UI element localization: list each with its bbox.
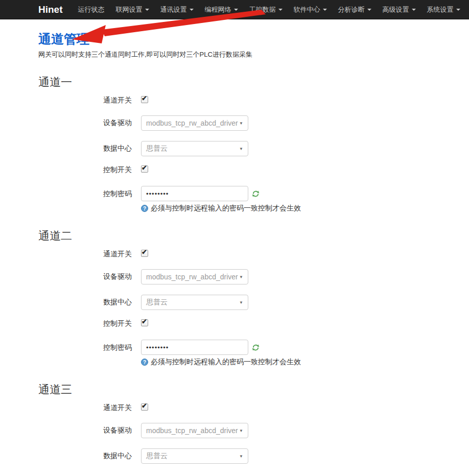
control-switch-row: 控制开关 ✔ (0, 319, 469, 328)
data-center-value: 思普云 (146, 298, 168, 307)
data-center-value: 思普云 (146, 144, 168, 153)
control-switch-row: 控制开关 ✔ (0, 165, 469, 175)
device-driver-select[interactable]: modbus_tcp_rw_abcd_driver ▼ (141, 269, 248, 284)
data-center-row: 数据中心 思普云 ▼ (0, 448, 469, 464)
nav-item-industrial-data[interactable]: 工控数据 (249, 5, 283, 14)
control-password-label: 控制密码 (0, 340, 132, 355)
channel-switch-checkbox[interactable]: ✔ (141, 96, 148, 103)
chevron-down-icon (190, 9, 194, 11)
nav-item-system-settings[interactable]: 系统设置 (427, 5, 460, 14)
checkmark-icon: ✔ (142, 95, 147, 102)
chevron-down-icon (145, 9, 149, 11)
data-center-label: 数据中心 (0, 144, 132, 153)
help-icon: ? (141, 205, 148, 212)
password-help: ? 必须与控制时远程输入的密码一致控制才会生效 (141, 204, 469, 213)
control-password-row: 控制密码 ? 必须与控制时远程输入的密码一致控制才会 (0, 186, 469, 213)
data-center-label: 数据中心 (0, 298, 132, 307)
channel-1-title: 通道一 (38, 75, 469, 90)
control-switch-label: 控制开关 (0, 319, 132, 328)
device-driver-value: modbus_tcp_rw_abcd_driver (146, 426, 238, 435)
page-description: 网关可以同时支持三个通道同时工作,即可以同时对三个PLC进行数据采集 (38, 50, 469, 59)
page-title: 通道管理 (38, 31, 469, 47)
device-driver-label: 设备驱动 (0, 118, 132, 128)
checkmark-icon: ✔ (142, 164, 147, 171)
control-password-row: 控制密码 ? 必须与控制时远程输入的密码一致控制才会 (0, 340, 469, 367)
channel-switch-checkbox[interactable]: ✔ (141, 403, 148, 411)
select-caret-icon: ▼ (239, 454, 243, 459)
device-driver-row: 设备驱动 modbus_tcp_rw_abcd_driver ▼ (0, 269, 469, 284)
checkmark-icon: ✔ (142, 249, 147, 255)
channel-switch-label: 通道开关 (0, 250, 132, 259)
chevron-down-icon (323, 9, 327, 11)
control-password-input[interactable] (141, 340, 248, 355)
nav-item-analysis-diagnosis[interactable]: 分析诊断 (338, 5, 371, 14)
nav-item-programming-network[interactable]: 编程网络 (205, 5, 238, 14)
nav-item-comm-settings[interactable]: 通讯设置 (160, 5, 194, 14)
nav-item-run-status[interactable]: 运行状态 (78, 5, 105, 14)
nav-item-label: 运行状态 (78, 5, 105, 14)
chevron-down-icon (367, 9, 371, 11)
top-navbar: Hinet 运行状态 联网设置 通讯设置 编程网络 工控数据 软件中心 分析诊断… (0, 0, 469, 19)
channel-3-section: 通道三 通道开关 ✔ 设备驱动 modbus_tcp_rw_abcd_drive… (0, 382, 469, 464)
channel-switch-label: 通道开关 (0, 96, 132, 105)
data-center-label: 数据中心 (0, 451, 132, 461)
channel-2-title: 通道二 (38, 228, 469, 244)
nav-item-label: 工控数据 (249, 5, 276, 14)
control-switch-checkbox[interactable]: ✔ (141, 319, 148, 326)
channel-switch-label: 通道开关 (0, 403, 132, 413)
device-driver-value: modbus_tcp_rw_abcd_driver (146, 119, 238, 127)
nav-item-network-settings[interactable]: 联网设置 (116, 5, 149, 14)
brand-logo[interactable]: Hinet (38, 4, 63, 15)
nav-item-label: 系统设置 (427, 5, 454, 14)
device-driver-label: 设备驱动 (0, 272, 132, 281)
password-help-text: 必须与控制时远程输入的密码一致控制才会生效 (151, 358, 301, 367)
device-driver-label: 设备驱动 (0, 426, 132, 435)
nav-item-advanced-settings[interactable]: 高级设置 (383, 5, 416, 14)
password-help: ? 必须与控制时远程输入的密码一致控制才会生效 (141, 358, 469, 367)
data-center-select[interactable]: 思普云 ▼ (141, 141, 248, 156)
select-caret-icon: ▼ (239, 121, 243, 126)
data-center-row: 数据中心 思普云 ▼ (0, 141, 469, 156)
channel-switch-row: 通道开关 ✔ (0, 403, 469, 413)
select-caret-icon: ▼ (239, 147, 243, 151)
channel-2-section: 通道二 通道开关 ✔ 设备驱动 modbus_tcp_rw_abcd_drive… (0, 228, 469, 367)
refresh-icon[interactable] (252, 344, 260, 351)
control-switch-checkbox[interactable]: ✔ (141, 165, 148, 173)
nav-item-label: 通讯设置 (160, 5, 187, 14)
data-center-select[interactable]: 思普云 ▼ (141, 448, 248, 464)
refresh-icon[interactable] (252, 190, 260, 198)
nav-item-label: 分析诊断 (338, 5, 365, 14)
nav-item-label: 软件中心 (294, 5, 320, 14)
nav-item-label: 编程网络 (205, 5, 231, 14)
channel-1-section: 通道一 通道开关 ✔ 设备驱动 modbus_tcp_rw_abcd_drive… (0, 75, 469, 213)
nav-item-label: 联网设置 (116, 5, 143, 14)
checkmark-icon: ✔ (142, 402, 147, 409)
select-caret-icon: ▼ (239, 429, 243, 433)
data-center-select[interactable]: 思普云 ▼ (141, 295, 248, 310)
data-center-row: 数据中心 思普云 ▼ (0, 295, 469, 310)
control-switch-label: 控制开关 (0, 165, 132, 175)
channel-switch-row: 通道开关 ✔ (0, 96, 469, 105)
select-caret-icon: ▼ (239, 275, 243, 279)
nav-item-software-center[interactable]: 软件中心 (294, 5, 327, 14)
select-caret-icon: ▼ (239, 300, 243, 305)
chevron-down-icon (234, 9, 238, 11)
nav-item-label: 高级设置 (383, 5, 409, 14)
control-password-input[interactable] (141, 186, 248, 201)
chevron-down-icon (412, 9, 416, 11)
device-driver-value: modbus_tcp_rw_abcd_driver (146, 273, 238, 281)
chevron-down-icon (278, 9, 283, 11)
channel-switch-checkbox[interactable]: ✔ (141, 250, 148, 257)
control-password-label: 控制密码 (0, 186, 132, 201)
chevron-down-icon (456, 9, 460, 11)
device-driver-select[interactable]: modbus_tcp_rw_abcd_driver ▼ (141, 423, 248, 438)
password-help-text: 必须与控制时远程输入的密码一致控制才会生效 (151, 204, 301, 213)
help-icon: ? (141, 359, 148, 366)
channel-3-title: 通道三 (38, 382, 469, 397)
checkmark-icon: ✔ (142, 318, 147, 325)
channel-switch-row: 通道开关 ✔ (0, 250, 469, 259)
device-driver-select[interactable]: modbus_tcp_rw_abcd_driver ▼ (141, 115, 248, 131)
device-driver-row: 设备驱动 modbus_tcp_rw_abcd_driver ▼ (0, 423, 469, 438)
data-center-value: 思普云 (146, 451, 168, 461)
page-content: 通道管理 网关可以同时支持三个通道同时工作,即可以同时对三个PLC进行数据采集 … (0, 31, 469, 464)
